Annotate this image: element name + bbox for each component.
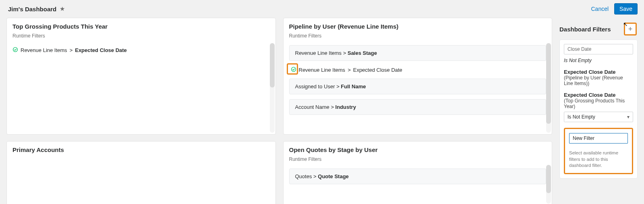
runtime-filters-label: Runtime Filters — [284, 155, 552, 166]
page-title: Jim's Dashboard — [8, 6, 56, 12]
dashboard-filters-panel: Is Not Empty Expected Close Date (Pipeli… — [559, 40, 638, 179]
cancel-button[interactable]: Cancel — [591, 6, 609, 12]
new-filter-help-text: Select available runtime filters to add … — [569, 150, 628, 169]
filter-field: Sales Stage — [348, 50, 377, 56]
panel-top-grossing: Top Grossing Products This Year Runtime … — [6, 18, 276, 135]
panel-primary-accounts: Primary Accounts This dashlet has no run… — [6, 141, 276, 204]
filter-row[interactable]: Revenue Line Items > Sales Stage — [289, 45, 547, 61]
sep: > — [70, 47, 73, 53]
svg-point-0 — [13, 48, 18, 52]
panel-title: Top Grossing Products This Year — [7, 18, 275, 31]
select-value: Is Not Empty — [567, 114, 595, 120]
sep: > — [336, 83, 341, 90]
save-button[interactable]: Save — [614, 3, 638, 15]
filter-row[interactable]: Assigned to User > Full Name — [289, 79, 547, 94]
favorite-star-icon[interactable]: ★ — [60, 5, 65, 12]
new-filter-highlight: Select available runtime filters to add … — [564, 128, 633, 174]
runtime-filters-label: Runtime Filters — [7, 31, 275, 43]
filter-row[interactable]: Account Name > Industry — [289, 99, 547, 115]
check-circle-icon — [12, 47, 18, 53]
scrollbar-thumb[interactable] — [270, 43, 275, 87]
filter-row-selected[interactable]: Revenue Line Items > Expected Close Date — [289, 66, 547, 74]
filter-field: Expected Close Date — [75, 47, 127, 53]
filter-group-heading: Expected Close Date — [564, 69, 633, 75]
dashboard-filters-title: Dashboard Filters — [559, 26, 611, 33]
filter-module: Revenue Line Items — [299, 67, 346, 73]
filter-group-heading: Expected Close Date — [564, 92, 633, 98]
filter-module: Revenue Line Items — [295, 50, 342, 56]
highlight-box — [287, 63, 298, 75]
filter-name-input[interactable] — [564, 44, 633, 54]
sep: > — [343, 50, 348, 56]
panel-open-quotes: Open Quotes by Stage by User Runtime Fil… — [283, 141, 553, 204]
panel-title: Open Quotes by Stage by User — [284, 142, 552, 155]
sep: > — [348, 67, 351, 73]
filter-group-sub: (Top Grossing Products This Year) — [564, 98, 633, 109]
filter-module: Quotes — [295, 173, 312, 179]
filter-field: Full Name — [341, 83, 366, 90]
filter-operator-select[interactable]: Is Not Empty ▾ — [564, 112, 633, 122]
panel-pipeline: Pipeline by User (Revenue Line Items) Ru… — [283, 18, 553, 135]
filter-condition-text: Is Not Empty — [564, 58, 633, 63]
runtime-filters-label: Runtime Filters — [284, 31, 552, 43]
filter-field: Expected Close Date — [353, 67, 402, 73]
filter-module: Revenue Line Items — [21, 47, 67, 53]
add-filter-button[interactable]: + — [624, 23, 637, 35]
filter-field: Industry — [335, 104, 356, 110]
new-filter-name-input[interactable] — [569, 133, 628, 144]
sep: > — [331, 104, 335, 110]
panel-title: Pipeline by User (Revenue Line Items) — [284, 18, 552, 31]
filter-field: Quote Stage — [318, 173, 349, 179]
filter-row[interactable]: Quotes > Quote Stage — [289, 169, 547, 184]
filter-module: Account Name — [295, 104, 329, 110]
scrollbar-thumb[interactable] — [546, 43, 551, 124]
panel-title: Primary Accounts — [7, 142, 275, 155]
scrollbar-thumb[interactable] — [546, 165, 551, 193]
filter-group-sub: (Pipeline by User (Revenue Line Items)) — [564, 75, 633, 86]
filter-row-selected[interactable]: Revenue Line Items > Expected Close Date — [12, 47, 270, 53]
top-bar: Jim's Dashboard ★ Cancel Save — [0, 0, 644, 18]
filter-module: Assigned to User — [295, 83, 335, 90]
sep: > — [313, 173, 318, 179]
chevron-down-icon: ▾ — [627, 114, 630, 120]
